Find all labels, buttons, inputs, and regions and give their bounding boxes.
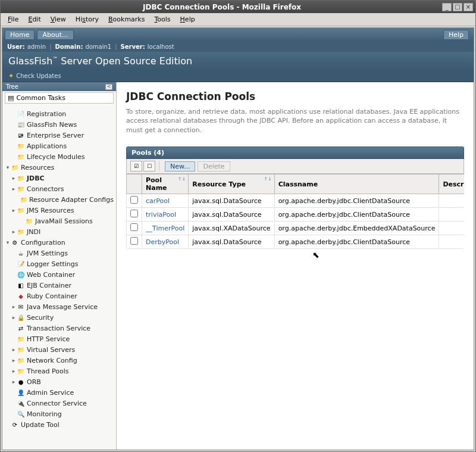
tree-item[interactable]: ▸Security [2, 312, 116, 323]
common-tasks[interactable]: ▤ Common Tasks [5, 92, 114, 104]
row-checkbox[interactable] [127, 208, 142, 222]
tree-item[interactable]: Logger Settings [2, 258, 116, 269]
menu-view[interactable]: View [46, 14, 71, 24]
about-button[interactable]: About... [37, 30, 73, 40]
tx-icon [17, 324, 25, 332]
check-updates-label: Check Updates [16, 73, 61, 79]
pool-name-link[interactable]: DerbyPool [146, 238, 179, 246]
tree-item[interactable]: Transaction Service [2, 323, 116, 333]
tree-item[interactable]: Applications [2, 141, 116, 151]
tree-item-label: Thread Pools [27, 367, 68, 375]
delete-button[interactable]: Delete [198, 161, 230, 172]
tree-item[interactable]: Connector Service [2, 398, 116, 409]
menubar: File Edit View History Bookmarks Tools H… [1, 13, 475, 26]
tree-item[interactable]: Enterprise Server [2, 130, 116, 141]
tree-item-label: Registration [27, 110, 66, 118]
news-icon [17, 120, 25, 129]
tree-item[interactable]: Monitoring [2, 409, 116, 419]
sort-icon: ↑↓ [178, 176, 186, 182]
tree-item-label: Applications [27, 142, 67, 150]
tree-item[interactable]: GlassFish News [2, 119, 116, 130]
tree-item[interactable]: ▸Virtual Servers [2, 344, 116, 355]
server-icon [17, 131, 25, 139]
tree-item[interactable]: Registration [2, 108, 116, 119]
tree-item-label: Web Container [27, 271, 75, 279]
tree-item-label: Lifecycle Modules [27, 153, 84, 161]
tree-item-label: Connector Service [27, 400, 87, 407]
menu-edit[interactable]: Edit [23, 14, 45, 24]
tree-item[interactable]: Lifecycle Modules [2, 151, 116, 162]
menu-bookmarks[interactable]: Bookmarks [104, 14, 149, 24]
server-label: Server: [121, 43, 145, 50]
tree-item[interactable]: ▸Thread Pools [2, 366, 116, 376]
tree-item[interactable]: ▸Connectors [2, 183, 116, 194]
row-checkbox[interactable] [127, 194, 142, 208]
brand-rest: Server Open Source Edition [58, 55, 192, 67]
pools-panel: Pools (4) ☑ ☐ New... Delete Pool Name↑↓ [126, 146, 464, 249]
menu-help[interactable]: Help [176, 14, 200, 24]
user-label: User: [7, 43, 25, 50]
menu-file[interactable]: File [3, 14, 23, 24]
tree-item[interactable]: ▾Resources [2, 162, 116, 173]
row-checkbox[interactable] [127, 235, 142, 249]
help-button[interactable]: Help [443, 30, 469, 40]
pool-name-link[interactable]: triviaPool [146, 211, 176, 219]
content-area: JDBC Connection Pools To store, organize… [117, 82, 474, 450]
tree-item-label: Monitoring [27, 410, 62, 418]
folder-icon [17, 142, 25, 150]
main-area: Tree < ▤ Common Tasks RegistrationGlassF… [2, 82, 474, 450]
check-updates-link[interactable]: ✦ Check Updates [2, 70, 474, 82]
cell-pool-name: DerbyPool [142, 235, 189, 249]
tree-arrow-icon: ▸ [11, 207, 17, 213]
tree-arrow-icon: ▸ [11, 357, 17, 363]
tree-item[interactable]: ▸ORB [2, 376, 116, 387]
tree-item[interactable]: ▾Configuration [2, 237, 116, 248]
tree-arrow-icon: ▸ [11, 314, 17, 320]
tree-item[interactable]: ▸JDBC [2, 173, 116, 183]
new-button[interactable]: New... [165, 161, 195, 172]
col-resource-type[interactable]: Resource Type↑↓ [189, 174, 274, 194]
tree-item-label: GlassFish News [27, 121, 77, 129]
brand-tm: ™ [52, 56, 58, 62]
col-description[interactable]: Description [439, 174, 464, 194]
ruby-icon [17, 292, 25, 300]
tree-item[interactable]: ▸Java Message Service [2, 301, 116, 312]
menu-tools[interactable]: Tools [149, 14, 175, 24]
tree-item[interactable]: Ruby Container [2, 291, 116, 301]
tree-item[interactable]: Resource Adapter Configs [2, 194, 116, 205]
menu-history[interactable]: History [71, 14, 104, 24]
row-checkbox[interactable] [127, 222, 142, 235]
tree-arrow-icon: ▸ [11, 379, 17, 385]
pool-name-link[interactable]: __TimerPool [146, 225, 184, 232]
select-all-button[interactable]: ☑ [130, 161, 142, 172]
tree-item[interactable]: ▸Network Config [2, 355, 116, 366]
tree-item[interactable]: JVM Settings [2, 248, 116, 258]
tree-item[interactable]: EJB Container [2, 280, 116, 291]
col-classname[interactable]: Classname [274, 174, 439, 194]
cell-pool-name: carPool [142, 194, 189, 208]
tree-item[interactable]: JavaMail Sessions [2, 216, 116, 226]
pool-name-link[interactable]: carPool [146, 197, 170, 205]
sidebar-collapse-button[interactable]: < [105, 84, 112, 90]
tree-item[interactable]: ▸JMS Resources [2, 205, 116, 216]
page-description: To store, organize, and retrieve data, m… [126, 107, 464, 135]
tree-item[interactable]: Update Tool [2, 419, 116, 430]
maximize-button[interactable]: □ [453, 3, 462, 11]
minimize-button[interactable]: _ [442, 3, 452, 11]
pools-table: Pool Name↑↓ Resource Type↑↓ Classname De… [126, 174, 464, 249]
deselect-all-button[interactable]: ☐ [143, 161, 155, 172]
tree-item[interactable]: HTTP Service [2, 333, 116, 344]
tree-arrow-icon: ▸ [11, 175, 17, 181]
tree-item[interactable]: Admin Service [2, 387, 116, 398]
tree-item[interactable]: ▸JNDI [2, 226, 116, 237]
tree-item[interactable]: Web Container [2, 269, 116, 280]
home-button[interactable]: Home [5, 30, 35, 40]
domain-label: Domain: [55, 43, 83, 50]
cell-resource-type: javax.sql.DataSource [189, 235, 274, 249]
folder-icon [17, 227, 25, 236]
page-title: JDBC Connection Pools [126, 91, 464, 102]
col-pool-name[interactable]: Pool Name↑↓ [142, 174, 189, 194]
close-button[interactable]: × [464, 3, 473, 11]
tree-item-label: Resources [21, 164, 54, 172]
folder-icon [17, 335, 25, 343]
